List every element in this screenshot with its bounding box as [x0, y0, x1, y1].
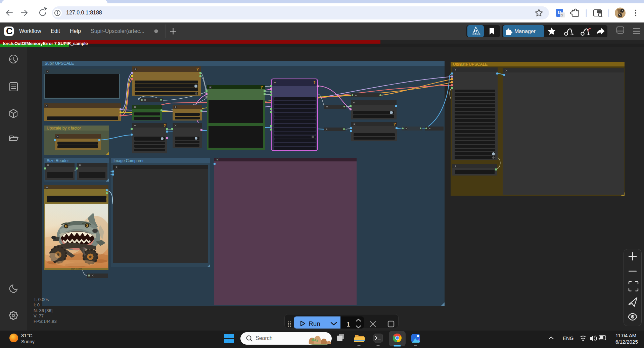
svg-text:C: C — [6, 26, 13, 36]
svg-text:Run: Run — [309, 320, 320, 327]
svg-text:1: 1 — [347, 321, 350, 328]
svg-text:6/12/2025: 6/12/2025 — [615, 339, 638, 345]
svg-text:Manager: Manager — [514, 29, 536, 34]
svg-text:11:04 AM: 11:04 AM — [615, 333, 636, 338]
svg-text:31°C: 31°C — [21, 333, 33, 338]
svg-text:Search: Search — [256, 335, 273, 341]
svg-text:ENG: ENG — [563, 335, 574, 341]
svg-text:x: x — [561, 13, 563, 17]
svg-text:Sunny: Sunny — [21, 339, 35, 344]
